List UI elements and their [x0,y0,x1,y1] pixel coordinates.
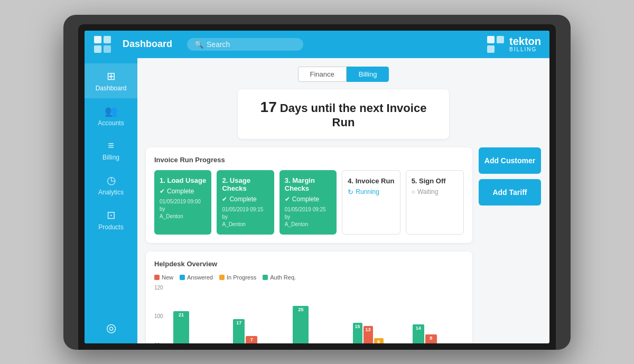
sidebar-item-products[interactable]: ⊡ Products [85,202,137,237]
chart-area: 120 100 80 21 [154,285,464,343]
invoice-progress-title: Invoice Run Progress [154,156,464,164]
content-left: Invoice Run Progress 1. Load Usage ✔ Com… [146,147,472,343]
legend-authreq: Auth Req. [263,274,296,281]
bar-5-green: 14 [413,324,424,343]
legend-inprogress: In Progress [219,274,256,281]
content-area: Finance Billing 17 Days until the next I… [137,58,549,343]
legend-authreq-label: Auth Req. [270,274,296,281]
step-5-waiting-icon: ○ [412,188,415,195]
screen-bezel: Dashboard 🔍 Search tekton BILLING [78,24,556,350]
svg-rect-1 [104,36,111,43]
step-4-running-icon: ↻ [348,188,353,196]
analytics-icon: ◷ [107,174,116,186]
search-bar[interactable]: 🔍 Search [187,38,303,51]
bar-group-1: 21 [173,311,225,343]
step-1: 1. Load Usage ✔ Complete 01/05/2019 09:0… [154,170,211,235]
billing-icon: ≡ [108,139,114,152]
legend-answered: Answered [180,274,213,281]
invoice-progress-card: Invoice Run Progress 1. Load Usage ✔ Com… [146,147,472,243]
legend-answered-label: Answered [187,274,213,281]
step-2-title: 2. Usage Checks [222,176,268,192]
step-2-meta: 01/05/2019 09:15 byA_Denton [222,206,268,228]
top-bar: Dashboard 🔍 Search tekton BILLING [85,31,549,58]
sidebar-label-products: Products [98,223,123,231]
tabs-row: Finance Billing [146,67,541,82]
tab-billing[interactable]: Billing [347,67,389,82]
step-4: 4. Invoice Run ↻ Running [342,170,400,235]
countdown-text: 17 Days until the next Invoice Run [250,99,436,129]
sidebar-item-billing[interactable]: ≡ Billing [85,133,137,167]
step-3-title: 3. Margin Checks [285,176,331,192]
brand: tekton BILLING [486,35,541,54]
bar-4-green: 15 [353,323,362,343]
bar-2-green: 17 [233,319,245,343]
legend-answered-dot [180,275,185,280]
step-4-status: ↻ Running [348,188,394,196]
legend-authreq-dot [263,275,268,280]
app-logo-icon [93,35,112,54]
chart-legend: New Answered In Progress [154,274,464,281]
bar-2-red: 7 [246,336,257,343]
bar-group-5: 14 8 [413,324,464,343]
step-5-title: 5. Sign Off [412,177,458,185]
bar-4-red: 13 [363,326,373,343]
sidebar-item-accounts[interactable]: 👥 Accounts [85,98,137,133]
step-1-check-icon: ✔ [160,188,165,195]
step-4-title: 4. Invoice Run [348,177,394,185]
progress-steps: 1. Load Usage ✔ Complete 01/05/2019 09:0… [154,170,464,235]
legend-new-label: New [162,274,173,281]
svg-rect-5 [497,36,504,43]
svg-rect-3 [104,45,111,53]
step-1-status: ✔ Complete [160,188,206,195]
invoice-countdown: 17 Days until the next Invoice Run [238,89,449,139]
countdown-number: 17 [260,99,277,115]
sidebar: ⊞ Dashboard 👥 Accounts ≡ Billing ◷ Analy… [85,58,137,343]
svg-rect-2 [94,45,101,53]
search-label: Search [207,40,230,49]
svg-rect-0 [94,36,101,43]
sidebar-label-accounts: Accounts [98,119,124,127]
legend-inprogress-label: In Progress [227,274,256,281]
sidebar-label-dashboard: Dashboard [96,85,127,92]
brand-logo-icon [486,35,505,54]
sidebar-bottom: ◎ [85,313,137,343]
accounts-icon: 👥 [105,105,118,117]
bar-group-3: 25 [293,306,344,343]
sidebar-item-dashboard[interactable]: ⊞ Dashboard [85,63,137,98]
add-tariff-button[interactable]: Add Tariff [479,179,541,206]
bar-1-green: 21 [173,311,189,343]
sidebar-item-analytics[interactable]: ◷ Analytics [85,167,137,202]
step-5-status: ○ Waiting [412,188,458,195]
brand-text: tekton BILLING [509,36,541,52]
step-1-meta: 01/05/2019 09:00 byA_Denton [160,198,206,220]
settings-icon[interactable]: ◎ [106,321,116,335]
right-panel: Add Customer Add Tariff [472,147,541,343]
step-3-status: ✔ Complete [285,195,331,203]
tab-finance[interactable]: Finance [298,67,347,82]
bar-4-orange: 6 [374,338,384,343]
products-icon: ⊡ [107,209,116,221]
page-title: Dashboard [123,39,172,50]
search-icon: 🔍 [194,40,203,49]
countdown-label: Days until the next Invoice Run [277,101,427,129]
chart-bars: 21 17 [173,285,464,343]
svg-rect-4 [487,36,495,43]
step-2-check-icon: ✔ [222,195,227,203]
legend-inprogress-dot [219,275,225,280]
legend-new-dot [154,275,160,280]
legend-new: New [154,274,173,281]
content-main: Invoice Run Progress 1. Load Usage ✔ Com… [146,147,541,343]
step-3: 3. Margin Checks ✔ Complete 01/05/2019 0… [279,170,337,235]
bar-3-green: 25 [293,306,309,343]
sidebar-label-analytics: Analytics [98,189,124,196]
screen: Dashboard 🔍 Search tekton BILLING [85,31,549,343]
bar-group-2: 17 7 [233,319,284,343]
helpdesk-card: Helpdesk Overview New Answered [146,251,472,343]
svg-rect-6 [487,45,495,53]
chart-y-labels: 120 100 80 [154,285,171,343]
dashboard-icon: ⊞ [107,70,116,82]
add-customer-button[interactable]: Add Customer [479,147,541,174]
sidebar-label-billing: Billing [102,154,119,161]
bar-5-red: 8 [425,334,437,343]
bar-group-4: 15 13 6 [353,323,404,343]
